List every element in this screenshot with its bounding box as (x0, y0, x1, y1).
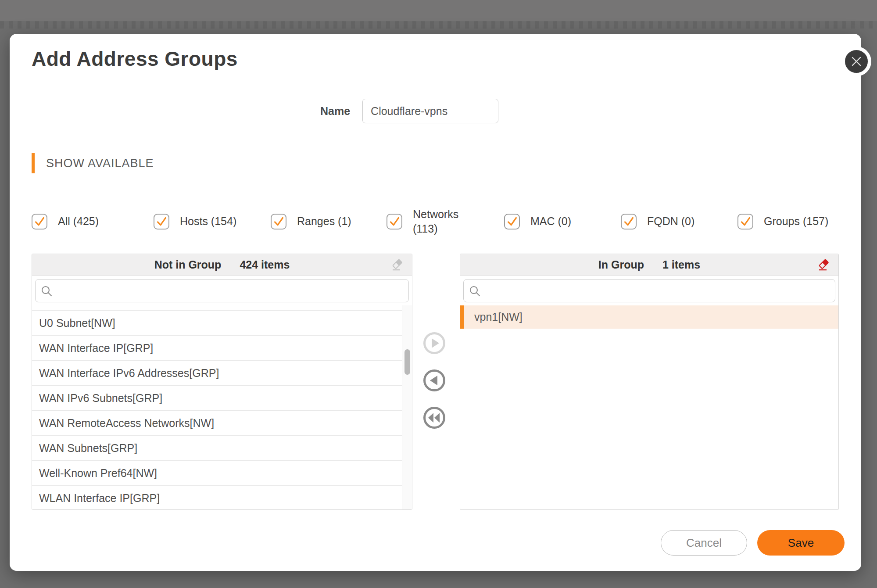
clear-all-button[interactable] (816, 258, 831, 272)
name-label: Name (320, 105, 350, 118)
panel-title: Not in Group (154, 258, 222, 271)
checkbox-hosts[interactable] (154, 214, 169, 229)
close-button[interactable] (841, 47, 871, 76)
not-in-group-header: Not in Group 424 items (32, 254, 412, 276)
scrollbar-track[interactable] (402, 305, 412, 510)
checkbox-networks[interactable] (387, 214, 402, 229)
filter-label: Hosts (154) (180, 214, 236, 229)
list-item[interactable]: WAN Subnets[GRP] (32, 436, 412, 461)
checkbox-groups[interactable] (737, 214, 753, 229)
checkmark-icon (272, 214, 286, 229)
page-title: Add Address Groups (32, 47, 238, 71)
close-icon (850, 55, 863, 68)
checkbox-fqdn[interactable] (621, 214, 637, 229)
panel-item-count: 1 items (662, 258, 700, 271)
filter-label: MAC (0) (530, 214, 571, 229)
filter-label: Networks (113) (413, 207, 468, 236)
checkbox-mac[interactable] (504, 214, 520, 229)
dialog-actions: Cancel Save (661, 530, 845, 556)
checkbox-all[interactable] (32, 214, 47, 229)
arrow-left-icon (430, 376, 437, 385)
in-group-panel: In Group 1 items (460, 254, 839, 510)
filter-networks[interactable]: Networks (113) (387, 207, 504, 236)
list-item[interactable]: WAN Interface IP[GRP] (32, 336, 412, 361)
filter-groups[interactable]: Groups (157) (737, 214, 843, 229)
move-left-button[interactable] (423, 369, 445, 391)
not-in-group-panel: Not in Group 424 items (32, 254, 412, 510)
not-in-group-search-input[interactable] (35, 279, 409, 302)
name-field-row: Name (320, 99, 498, 123)
checkmark-icon (622, 214, 636, 229)
eraser-icon (390, 258, 404, 272)
eraser-icon (817, 258, 831, 272)
list-item[interactable]: WAN Interface IPv6 Addresses[GRP] (32, 361, 412, 386)
not-in-group-list: U0 Subnet[NW] WAN Interface IP[GRP] WAN … (32, 305, 412, 510)
transfer-buttons (423, 332, 445, 429)
checkmark-icon (738, 214, 752, 229)
scrollbar-thumb[interactable] (404, 349, 410, 375)
checkmark-icon (32, 214, 47, 229)
filter-ranges[interactable]: Ranges (1) (271, 214, 387, 229)
in-group-search (463, 279, 835, 302)
save-button[interactable]: Save (757, 530, 845, 556)
filter-label: All (425) (58, 214, 99, 229)
double-arrow-left-icon (428, 413, 441, 423)
filter-label: Ranges (1) (297, 214, 351, 229)
checkmark-icon (387, 214, 401, 229)
list-item[interactable]: U0 Subnet[NW] (32, 311, 412, 336)
type-filter-row: All (425) Hosts (154) Ranges (1) Network… (32, 207, 843, 236)
add-address-groups-dialog: Add Address Groups Name SHOW AVAILABLE A… (10, 34, 861, 571)
list-item[interactable]: WAN IPv6 Subnets[GRP] (32, 386, 412, 411)
checkmark-icon (154, 214, 168, 229)
section-title: SHOW AVAILABLE (46, 157, 154, 170)
section-accent-bar (32, 153, 35, 173)
in-group-header: In Group 1 items (460, 254, 838, 276)
panel-item-count: 424 items (240, 258, 290, 271)
list-item[interactable]: Well-Known Pref64[NW] (32, 461, 412, 486)
filter-all[interactable]: All (425) (32, 214, 154, 229)
list-item[interactable]: WLAN Interface IP[GRP] (32, 486, 412, 510)
filter-hosts[interactable]: Hosts (154) (154, 214, 271, 229)
checkmark-icon (505, 214, 519, 229)
not-in-group-search (35, 279, 409, 302)
clear-filter-button[interactable] (390, 258, 405, 272)
checkbox-ranges[interactable] (271, 214, 286, 229)
filter-fqdn[interactable]: FQDN (0) (621, 214, 737, 229)
in-group-list: vpn1[NW] (460, 305, 838, 329)
list-item-partial (32, 305, 412, 311)
arrow-right-icon (432, 338, 439, 348)
list-item-selected[interactable]: vpn1[NW] (460, 305, 838, 329)
dimmed-background-texture (0, 21, 877, 29)
dimmed-background-strip (0, 0, 877, 21)
show-available-section: SHOW AVAILABLE (32, 153, 154, 173)
in-group-search-input[interactable] (463, 279, 835, 302)
filter-mac[interactable]: MAC (0) (504, 214, 621, 229)
filter-label: FQDN (0) (647, 214, 694, 229)
list-item[interactable]: WAN RemoteAccess Networks[NW] (32, 411, 412, 436)
name-input[interactable] (362, 99, 498, 123)
filter-label: Groups (157) (764, 214, 828, 229)
move-right-button[interactable] (423, 332, 445, 354)
cancel-button[interactable]: Cancel (661, 530, 747, 556)
panel-title: In Group (598, 258, 644, 271)
move-all-left-button[interactable] (423, 407, 445, 429)
